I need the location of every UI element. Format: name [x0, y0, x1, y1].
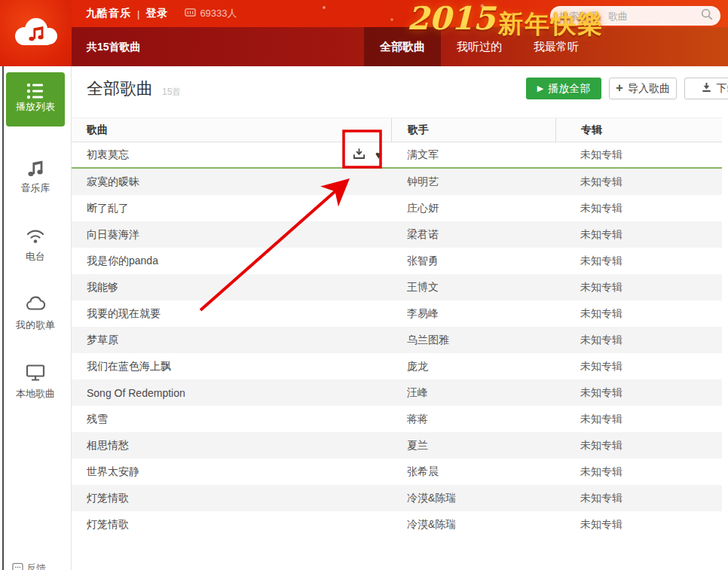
- artist-name: 李易峰: [391, 307, 555, 321]
- song-row[interactable]: 世界太安静张希晨未知专辑: [72, 459, 722, 485]
- song-table: 初衷莫忘满文军未知专辑♥寂寞的暧昧钟明艺未知专辑断了乱了庄心妍未知专辑向日葵海洋…: [72, 142, 722, 538]
- sidebar: 播放列表音乐库电台我的歌单本地歌曲反馈: [0, 66, 72, 570]
- download-song-icon[interactable]: [353, 148, 366, 163]
- tab-bar: 全部歌曲我听过的我最常听: [364, 27, 595, 66]
- search-box[interactable]: [550, 6, 720, 26]
- song-row[interactable]: 向日葵海洋梁君诺未知专辑: [72, 221, 722, 248]
- sidebar-item-label: 播放列表: [6, 100, 65, 114]
- artist-name: 蒋蒋: [391, 413, 555, 426]
- album-name: 未知专辑: [555, 175, 722, 189]
- column-header-artist: 歌手: [391, 118, 555, 142]
- sub-banner: 共15首歌曲 全部歌曲我听过的我最常听: [72, 27, 728, 66]
- sidebar-item-label: 音乐库: [0, 181, 71, 195]
- column-header-album: 专辑: [555, 118, 722, 142]
- song-title: 相思情愁: [72, 439, 391, 453]
- song-title: 残雪: [72, 413, 391, 426]
- row-hover-actions: ♥: [353, 142, 382, 167]
- song-row[interactable]: Song Of Redemption汪峰未知专辑: [72, 379, 722, 406]
- listener-count: 69333人: [200, 7, 237, 20]
- artist-name: 冷漠&陈瑞: [391, 518, 555, 532]
- song-title: 我们在蓝色海上飘: [72, 360, 391, 373]
- artist-name: 梁君诺: [391, 228, 555, 242]
- artist-name: 满文军: [391, 148, 555, 162]
- song-row[interactable]: 灯笼情歌冷漠&陈瑞未知专辑: [72, 485, 722, 511]
- feedback-icon: [12, 562, 23, 570]
- table-header: 歌曲 歌手 专辑: [72, 117, 722, 142]
- artist-name: 汪峰: [391, 386, 555, 400]
- sidebar-item-label: 电台: [0, 250, 71, 264]
- sidebar-item-label: 本地歌曲: [0, 387, 71, 401]
- page-song-count: 15首: [162, 86, 181, 99]
- sidebar-item-local-songs[interactable]: 本地歌曲: [0, 364, 71, 401]
- artist-name: 张智勇: [391, 255, 555, 268]
- page-title: 全部歌曲: [87, 78, 153, 100]
- song-row[interactable]: 我要的现在就要李易峰未知专辑: [72, 300, 722, 327]
- tab-most-listened[interactable]: 我最常听: [518, 27, 595, 66]
- song-title: 我能够: [72, 281, 391, 294]
- favorite-heart-icon[interactable]: ♥: [375, 149, 382, 160]
- song-title: 向日葵海洋: [72, 228, 391, 242]
- jiuku-music-window: 九酷音乐 | 登录 69333人 共15首歌曲 全部歌曲我听过的我最常听: [0, 0, 728, 570]
- import-label: 导入歌曲: [628, 82, 670, 96]
- artist-name: 王博文: [391, 281, 555, 294]
- tab-all-songs[interactable]: 全部歌曲: [364, 27, 441, 66]
- song-row[interactable]: 相思情愁夏兰未知专辑: [72, 432, 722, 459]
- sidebar-item-my-playlists[interactable]: 我的歌单: [0, 295, 71, 332]
- song-title: 断了乱了: [72, 202, 391, 215]
- song-title: 世界太安静: [72, 465, 391, 479]
- total-song-count: 共15首歌曲: [87, 27, 141, 66]
- search-input[interactable]: [559, 11, 700, 22]
- album-name: 未知专辑: [555, 386, 722, 400]
- feedback-link[interactable]: 反馈: [12, 562, 46, 570]
- song-row[interactable]: 我是你的panda张智勇未知专辑: [72, 248, 722, 274]
- song-row[interactable]: 我们在蓝色海上飘庞龙未知专辑: [72, 353, 722, 379]
- album-name: 未知专辑: [555, 334, 722, 347]
- play-all-button[interactable]: ▶ 播放全部: [526, 78, 601, 99]
- song-row[interactable]: 灯笼情歌冷漠&陈瑞未知专辑: [72, 511, 722, 538]
- search-icon[interactable]: [700, 8, 714, 24]
- radio-icon: [0, 227, 71, 248]
- song-row[interactable]: 梦草原乌兰图雅未知专辑: [72, 327, 722, 353]
- feedback-label: 反馈: [26, 562, 46, 570]
- column-header-song: 歌曲: [72, 118, 391, 142]
- download-button[interactable]: 下载: [684, 78, 728, 99]
- song-title: 灯笼情歌: [72, 492, 391, 505]
- album-name: 未知专辑: [555, 360, 722, 373]
- listener-count-icon: [185, 8, 196, 20]
- window-edge-line: [2, 66, 4, 570]
- main-content: 全部歌曲 15首 ▶ 播放全部 + 导入歌曲 下载 歌曲 歌手 专辑 初衷莫忘满…: [72, 66, 728, 570]
- tab-listened[interactable]: 我听过的: [441, 27, 518, 66]
- album-name: 未知专辑: [555, 465, 722, 479]
- listener-counter: 69333人: [185, 7, 237, 20]
- song-row[interactable]: 残雪蒋蒋未知专辑: [72, 406, 722, 432]
- song-row[interactable]: 初衷莫忘满文军未知专辑♥: [72, 142, 722, 169]
- song-title: 我是你的panda: [72, 255, 391, 268]
- song-row[interactable]: 断了乱了庄心妍未知专辑: [72, 195, 722, 221]
- download-arrow-icon: [701, 82, 712, 96]
- song-title: 初衷莫忘: [72, 148, 391, 162]
- login-link[interactable]: 登录: [145, 7, 168, 20]
- brand-title: 九酷音乐: [86, 7, 131, 20]
- album-name: 未知专辑: [555, 255, 722, 268]
- album-name: 未知专辑: [555, 228, 722, 242]
- import-songs-button[interactable]: + 导入歌曲: [609, 78, 677, 99]
- sidebar-item-library[interactable]: 音乐库: [0, 158, 71, 195]
- album-name: 未知专辑: [555, 307, 722, 321]
- sidebar-item-radio[interactable]: 电台: [0, 227, 71, 264]
- song-title: 寂寞的暧昧: [72, 175, 391, 189]
- song-row[interactable]: 寂寞的暧昧钟明艺未知专辑: [72, 169, 722, 195]
- album-name: 未知专辑: [555, 492, 722, 505]
- album-name: 未知专辑: [555, 439, 722, 453]
- sidebar-item-label: 我的歌单: [0, 319, 71, 332]
- logo-block[interactable]: [0, 0, 72, 66]
- artist-name: 庞龙: [391, 360, 555, 373]
- cloud-icon: [0, 295, 71, 316]
- sidebar-item-playlist[interactable]: 播放列表: [6, 72, 65, 126]
- monitor-icon: [0, 364, 71, 385]
- song-title: Song Of Redemption: [72, 387, 391, 399]
- album-name: 未知专辑: [555, 518, 722, 532]
- song-row[interactable]: 我能够王博文未知专辑: [72, 274, 722, 300]
- plus-icon: +: [616, 81, 623, 96]
- album-name: 未知专辑: [555, 148, 722, 162]
- song-title: 我要的现在就要: [72, 307, 391, 321]
